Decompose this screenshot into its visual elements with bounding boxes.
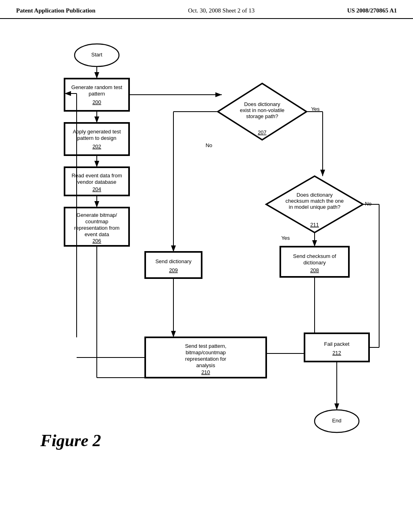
- diagram-area: Start Generate random test pattern 200 A…: [0, 19, 413, 495]
- box210-line4: analysis: [196, 362, 215, 368]
- box210-num: 210: [201, 369, 210, 375]
- d207-line3: storage path?: [246, 113, 278, 119]
- d207-line2: exist in non-volatile: [240, 107, 285, 113]
- box200-line1: Generate random test: [71, 84, 123, 90]
- box206-line4: event data: [85, 231, 109, 237]
- no-207-label: No: [206, 142, 213, 148]
- d211-line2: checksum match the one: [286, 198, 344, 204]
- box208-line1: Send checksum of: [293, 253, 336, 259]
- d211-line1: Does dictionary: [296, 192, 333, 198]
- flowchart-svg: Start Generate random test pattern 200 A…: [24, 31, 387, 454]
- box-209: [145, 252, 202, 278]
- box-212: [305, 333, 369, 362]
- box204-num: 204: [92, 186, 101, 192]
- start-label: Start: [91, 52, 102, 58]
- header-date-sheet: Oct. 30, 2008 Sheet 2 of 13: [188, 7, 254, 14]
- box202-line2: pattern to design: [77, 135, 117, 141]
- box210-line2: bitmap/countmap: [186, 349, 226, 355]
- box209-num: 209: [169, 267, 178, 273]
- box209-line1: Send dictionary: [155, 258, 192, 264]
- box204-line1: Read event data from: [71, 172, 122, 179]
- no-211-label: No: [365, 201, 372, 207]
- header-patent-number: US 2008/270865 A1: [347, 7, 397, 14]
- box204-line2: vendor database: [77, 179, 117, 185]
- box206-line3: representation from: [74, 225, 120, 231]
- yes-211-label: Yes: [281, 235, 290, 241]
- box208-num: 208: [310, 267, 319, 273]
- box202-num: 202: [92, 143, 101, 150]
- header-publication-label: Patent Application Publication: [16, 7, 96, 14]
- d207-num: 207: [258, 129, 267, 135]
- end-label: End: [332, 418, 341, 424]
- box212-line1: Fail packet: [324, 341, 350, 347]
- box200-line2: pattern: [89, 91, 105, 97]
- box206-line1: Generate bitmap/: [77, 212, 117, 218]
- box206-line2: countmap: [85, 218, 108, 224]
- box202-line1: Apply generated test: [73, 129, 121, 135]
- d211-num: 211: [310, 222, 319, 228]
- box200-num: 200: [92, 99, 101, 105]
- box210-line3: representation for: [185, 356, 227, 362]
- figure-label: Figure 2: [40, 431, 101, 450]
- box206-num: 206: [92, 238, 101, 244]
- d207-line1: Does dictionary: [244, 101, 280, 107]
- box208-line2: dictionary: [303, 260, 326, 266]
- box212-num: 212: [332, 350, 341, 356]
- page-header: Patent Application Publication Oct. 30, …: [0, 0, 413, 19]
- box210-line1: Send test pattern,: [185, 343, 227, 349]
- d211-line3: in model unique path?: [289, 204, 340, 210]
